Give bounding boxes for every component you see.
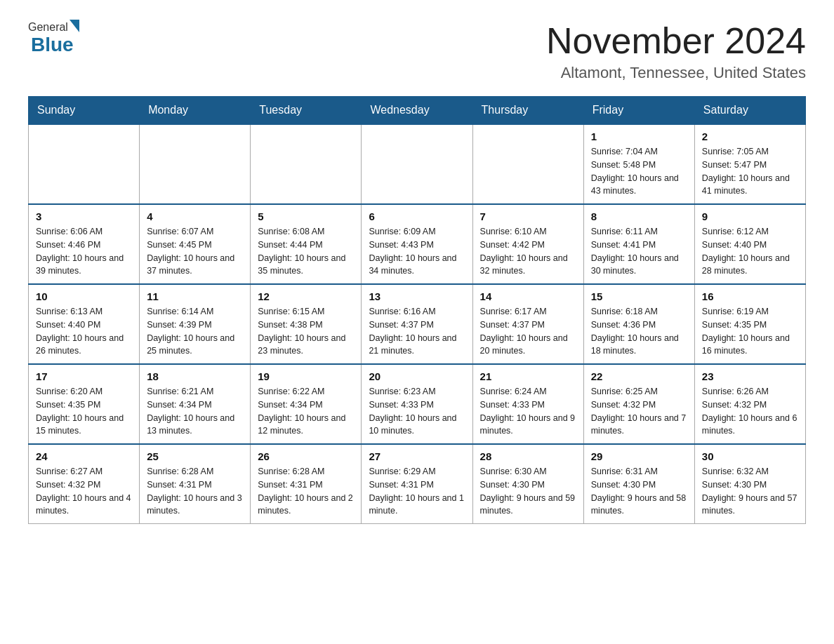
day-number: 6 [369, 210, 465, 222]
day-info: Sunrise: 6:19 AMSunset: 4:35 PMDaylight:… [702, 305, 798, 358]
calendar-cell: 25Sunrise: 6:28 AMSunset: 4:31 PMDayligh… [140, 444, 251, 524]
calendar-table: SundayMondayTuesdayWednesdayThursdayFrid… [28, 96, 806, 524]
day-number: 19 [258, 370, 354, 382]
day-number: 17 [36, 370, 132, 382]
day-info: Sunrise: 6:09 AMSunset: 4:43 PMDaylight:… [369, 225, 465, 278]
day-info: Sunrise: 6:17 AMSunset: 4:37 PMDaylight:… [480, 305, 576, 358]
day-number: 12 [258, 290, 354, 302]
day-info: Sunrise: 6:22 AMSunset: 4:34 PMDaylight:… [258, 385, 354, 438]
day-info: Sunrise: 6:06 AMSunset: 4:46 PMDaylight:… [36, 225, 132, 278]
calendar-cell [29, 124, 140, 204]
day-number: 9 [702, 210, 798, 222]
calendar-cell: 1Sunrise: 7:04 AMSunset: 5:48 PMDaylight… [583, 124, 694, 204]
day-info: Sunrise: 6:12 AMSunset: 4:40 PMDaylight:… [702, 225, 798, 278]
day-number: 24 [36, 450, 132, 462]
day-info: Sunrise: 6:32 AMSunset: 4:30 PMDaylight:… [702, 465, 798, 518]
calendar-cell: 17Sunrise: 6:20 AMSunset: 4:35 PMDayligh… [29, 364, 140, 444]
calendar-cell: 24Sunrise: 6:27 AMSunset: 4:32 PMDayligh… [29, 444, 140, 524]
day-number: 25 [147, 450, 243, 462]
title-area: November 2024 Altamont, Tennessee, Unite… [546, 21, 806, 82]
day-info: Sunrise: 6:25 AMSunset: 4:32 PMDaylight:… [591, 385, 687, 438]
calendar-week-row: 1Sunrise: 7:04 AMSunset: 5:48 PMDaylight… [29, 124, 806, 204]
weekday-header-saturday: Saturday [694, 97, 805, 125]
page-header: General Blue November 2024 Altamont, Ten… [28, 21, 806, 82]
calendar-cell: 21Sunrise: 6:24 AMSunset: 4:33 PMDayligh… [472, 364, 583, 444]
day-info: Sunrise: 6:10 AMSunset: 4:42 PMDaylight:… [480, 225, 576, 278]
day-number: 18 [147, 370, 243, 382]
day-number: 28 [480, 450, 576, 462]
day-number: 22 [591, 370, 687, 382]
weekday-header-row: SundayMondayTuesdayWednesdayThursdayFrid… [29, 97, 806, 125]
month-title: November 2024 [546, 21, 806, 61]
location-subtitle: Altamont, Tennessee, United States [546, 64, 806, 82]
day-number: 8 [591, 210, 687, 222]
weekday-header-sunday: Sunday [29, 97, 140, 125]
logo: General Blue [28, 21, 79, 56]
day-number: 5 [258, 210, 354, 222]
day-number: 20 [369, 370, 465, 382]
day-number: 3 [36, 210, 132, 222]
calendar-cell [472, 124, 583, 204]
day-number: 23 [702, 370, 798, 382]
day-number: 4 [147, 210, 243, 222]
calendar-cell: 3Sunrise: 6:06 AMSunset: 4:46 PMDaylight… [29, 204, 140, 284]
calendar-cell: 15Sunrise: 6:18 AMSunset: 4:36 PMDayligh… [583, 284, 694, 364]
calendar-cell: 11Sunrise: 6:14 AMSunset: 4:39 PMDayligh… [140, 284, 251, 364]
weekday-header-tuesday: Tuesday [251, 97, 362, 125]
calendar-cell [251, 124, 362, 204]
day-info: Sunrise: 6:29 AMSunset: 4:31 PMDaylight:… [369, 465, 465, 518]
day-info: Sunrise: 6:15 AMSunset: 4:38 PMDaylight:… [258, 305, 354, 358]
day-info: Sunrise: 6:24 AMSunset: 4:33 PMDaylight:… [480, 385, 576, 438]
calendar-cell [140, 124, 251, 204]
day-info: Sunrise: 6:30 AMSunset: 4:30 PMDaylight:… [480, 465, 576, 518]
calendar-cell: 18Sunrise: 6:21 AMSunset: 4:34 PMDayligh… [140, 364, 251, 444]
logo-blue-text: Blue [31, 34, 74, 56]
calendar-cell: 13Sunrise: 6:16 AMSunset: 4:37 PMDayligh… [362, 284, 472, 364]
calendar-cell: 20Sunrise: 6:23 AMSunset: 4:33 PMDayligh… [362, 364, 472, 444]
day-number: 26 [258, 450, 354, 462]
calendar-cell: 22Sunrise: 6:25 AMSunset: 4:32 PMDayligh… [583, 364, 694, 444]
day-info: Sunrise: 7:04 AMSunset: 5:48 PMDaylight:… [591, 145, 687, 198]
weekday-header-wednesday: Wednesday [362, 97, 472, 125]
day-number: 27 [369, 450, 465, 462]
day-info: Sunrise: 6:28 AMSunset: 4:31 PMDaylight:… [258, 465, 354, 518]
day-info: Sunrise: 6:31 AMSunset: 4:30 PMDaylight:… [591, 465, 687, 518]
calendar-week-row: 24Sunrise: 6:27 AMSunset: 4:32 PMDayligh… [29, 444, 806, 524]
calendar-cell: 2Sunrise: 7:05 AMSunset: 5:47 PMDaylight… [694, 124, 805, 204]
calendar-cell: 14Sunrise: 6:17 AMSunset: 4:37 PMDayligh… [472, 284, 583, 364]
day-number: 14 [480, 290, 576, 302]
day-info: Sunrise: 6:18 AMSunset: 4:36 PMDaylight:… [591, 305, 687, 358]
calendar-cell: 23Sunrise: 6:26 AMSunset: 4:32 PMDayligh… [694, 364, 805, 444]
day-info: Sunrise: 6:14 AMSunset: 4:39 PMDaylight:… [147, 305, 243, 358]
calendar-cell: 8Sunrise: 6:11 AMSunset: 4:41 PMDaylight… [583, 204, 694, 284]
logo-general-text: General [28, 21, 68, 34]
calendar-cell: 6Sunrise: 6:09 AMSunset: 4:43 PMDaylight… [362, 204, 472, 284]
day-number: 11 [147, 290, 243, 302]
day-info: Sunrise: 6:11 AMSunset: 4:41 PMDaylight:… [591, 225, 687, 278]
day-number: 13 [369, 290, 465, 302]
weekday-header-friday: Friday [583, 97, 694, 125]
day-info: Sunrise: 6:23 AMSunset: 4:33 PMDaylight:… [369, 385, 465, 438]
day-info: Sunrise: 6:16 AMSunset: 4:37 PMDaylight:… [369, 305, 465, 358]
day-number: 29 [591, 450, 687, 462]
day-info: Sunrise: 6:27 AMSunset: 4:32 PMDaylight:… [36, 465, 132, 518]
day-info: Sunrise: 7:05 AMSunset: 5:47 PMDaylight:… [702, 145, 798, 198]
calendar-week-row: 3Sunrise: 6:06 AMSunset: 4:46 PMDaylight… [29, 204, 806, 284]
day-number: 1 [591, 130, 687, 142]
calendar-cell: 9Sunrise: 6:12 AMSunset: 4:40 PMDaylight… [694, 204, 805, 284]
calendar-cell: 26Sunrise: 6:28 AMSunset: 4:31 PMDayligh… [251, 444, 362, 524]
weekday-header-monday: Monday [140, 97, 251, 125]
calendar-cell: 19Sunrise: 6:22 AMSunset: 4:34 PMDayligh… [251, 364, 362, 444]
calendar-cell: 30Sunrise: 6:32 AMSunset: 4:30 PMDayligh… [694, 444, 805, 524]
calendar-cell [362, 124, 472, 204]
day-number: 30 [702, 450, 798, 462]
weekday-header-thursday: Thursday [472, 97, 583, 125]
day-info: Sunrise: 6:28 AMSunset: 4:31 PMDaylight:… [147, 465, 243, 518]
day-info: Sunrise: 6:13 AMSunset: 4:40 PMDaylight:… [36, 305, 132, 358]
calendar-cell: 28Sunrise: 6:30 AMSunset: 4:30 PMDayligh… [472, 444, 583, 524]
calendar-cell: 5Sunrise: 6:08 AMSunset: 4:44 PMDaylight… [251, 204, 362, 284]
day-number: 7 [480, 210, 576, 222]
logo-arrow-icon [70, 20, 79, 32]
day-number: 2 [702, 130, 798, 142]
calendar-cell: 27Sunrise: 6:29 AMSunset: 4:31 PMDayligh… [362, 444, 472, 524]
